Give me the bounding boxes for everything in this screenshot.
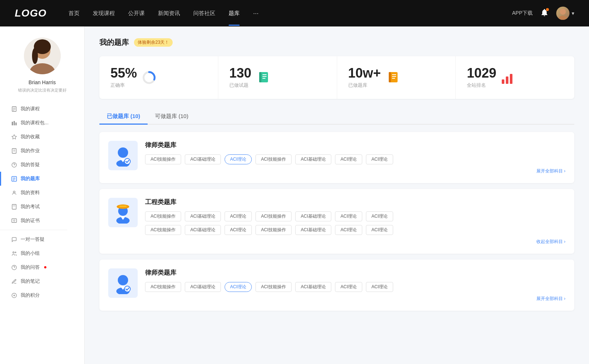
- category-card-lawyer-2: 律师类题库 ACI技能操作 ACI基础理论 ACI理论 ACI技能操作 ACI基…: [99, 260, 574, 311]
- tag[interactable]: ACI基础理论: [295, 282, 331, 292]
- category-icon-lawyer-2: [108, 268, 138, 298]
- tag-active[interactable]: ACI理论: [225, 154, 252, 164]
- stats-row: 55% 正确率 130 已做试题: [99, 56, 574, 99]
- accuracy-number: 55%: [110, 67, 137, 80]
- tag[interactable]: ACI技能操作: [145, 211, 181, 221]
- sidebar-item-my-qa[interactable]: 我的问答: [0, 260, 84, 274]
- svg-rect-44: [389, 72, 391, 82]
- nav-news[interactable]: 新闻资讯: [158, 10, 180, 17]
- my-qa-icon: [11, 264, 17, 270]
- tag[interactable]: ACI技能操作: [255, 154, 292, 164]
- tag[interactable]: ACI基础理论: [295, 211, 331, 221]
- tag[interactable]: ACI技能操作: [255, 211, 292, 221]
- tag[interactable]: ACI基础理论: [185, 211, 221, 221]
- tab-done-banks[interactable]: 已做题库 (10): [99, 109, 148, 125]
- sidebar-item-quiz-bank[interactable]: 我的题库: [0, 172, 84, 186]
- main-layout: Brian Harris 错误的决定比没有决定要好 我的课程 我的课程包... …: [0, 26, 589, 364]
- sidebar-item-points[interactable]: 我的积分: [0, 288, 84, 302]
- sidebar-item-my-courses[interactable]: 我的课程: [0, 102, 84, 116]
- sidebar-menu: 我的课程 我的课程包... 我的收藏 我的作业: [0, 102, 84, 302]
- points-icon: [11, 292, 17, 298]
- user-avatar-header[interactable]: ▾: [556, 7, 574, 20]
- sidebar-item-notes[interactable]: 我的笔记: [0, 274, 84, 288]
- favorites-icon: [11, 134, 17, 140]
- rank-number: 1029: [467, 67, 496, 80]
- svg-rect-50: [510, 74, 512, 84]
- category-name-engineer: 工程类题库: [145, 198, 565, 206]
- category-card-lawyer-1: 律师类题库 ACI技能操作 ACI基础理论 ACI理论 ACI技能操作 ACI基…: [99, 132, 574, 183]
- sidebar-item-exam[interactable]: 我的考试: [0, 200, 84, 214]
- group-icon: [11, 250, 17, 256]
- tag[interactable]: ACI技能操作: [145, 154, 181, 164]
- svg-point-24: [13, 191, 15, 193]
- tag[interactable]: ACI理论: [335, 154, 362, 164]
- tags-row-lawyer-2: ACI技能操作 ACI基础理论 ACI理论 ACI技能操作 ACI基础理论 AC…: [145, 282, 565, 292]
- user-dropdown-arrow[interactable]: ▾: [572, 10, 574, 16]
- bell-notification-dot: [546, 8, 549, 11]
- tab-todo-banks[interactable]: 可做题库 (10): [148, 109, 196, 125]
- svg-rect-25: [12, 204, 16, 209]
- sidebar-divider: [0, 230, 67, 230]
- tag[interactable]: ACI技能操作: [255, 282, 292, 292]
- svg-point-29: [13, 251, 14, 253]
- collapse-link-engineer[interactable]: 收起全部科目 ›: [145, 239, 565, 245]
- tag[interactable]: ACI技能操作: [145, 225, 181, 235]
- sidebar-item-course-packages[interactable]: 我的课程包...: [0, 116, 84, 130]
- category-card-engineer: 工程类题库 ACI技能操作 ACI基础理论 ACI理论 ACI技能操作 ACI基…: [99, 189, 574, 254]
- avatar-img: [556, 7, 569, 20]
- tag[interactable]: ACI理论: [225, 211, 252, 221]
- svg-point-30: [15, 252, 16, 253]
- svg-point-60: [118, 275, 128, 285]
- tag[interactable]: ACI理论: [335, 225, 362, 235]
- tag[interactable]: ACI基础理论: [295, 154, 331, 164]
- svg-point-52: [118, 147, 128, 158]
- app-download-btn[interactable]: APP下载: [512, 10, 533, 17]
- nav-qa[interactable]: 问答社区: [193, 10, 215, 17]
- nav-open[interactable]: 公开课: [128, 10, 145, 17]
- sidebar-item-label: 我的作业: [21, 147, 40, 154]
- tag[interactable]: ACI理论: [366, 154, 393, 164]
- tag[interactable]: ACI理论: [335, 211, 362, 221]
- notification-bell[interactable]: [540, 8, 549, 18]
- svg-rect-39: [259, 72, 261, 82]
- tag[interactable]: ACI理论: [335, 282, 362, 292]
- sidebar-item-certificate[interactable]: 我的证书: [0, 214, 84, 228]
- tag-active[interactable]: ACI理论: [225, 282, 252, 292]
- nav-home[interactable]: 首页: [68, 10, 80, 17]
- accuracy-donut: [142, 71, 156, 85]
- tag[interactable]: ACI理论: [366, 225, 393, 235]
- nav-quiz[interactable]: 题库: [229, 10, 240, 17]
- tag[interactable]: ACI基础理论: [295, 225, 331, 235]
- sidebar-item-questions[interactable]: 我的答疑: [0, 158, 84, 172]
- page-header: 我的题库 体验剩余23天！: [99, 38, 574, 47]
- tag[interactable]: ACI基础理论: [185, 154, 221, 164]
- sidebar-item-one-on-one[interactable]: 一对一答疑: [0, 232, 84, 246]
- tag[interactable]: ACI理论: [225, 225, 252, 235]
- user-name: Brian Harris: [29, 79, 56, 85]
- tag[interactable]: ACI技能操作: [145, 282, 181, 292]
- sidebar-item-favorites[interactable]: 我的收藏: [0, 130, 84, 144]
- accuracy-label: 正确率: [110, 82, 137, 89]
- sidebar-item-label: 我的积分: [21, 292, 40, 299]
- tag[interactable]: ACI基础理论: [185, 225, 221, 235]
- nav-discover[interactable]: 发现课程: [93, 10, 115, 17]
- sidebar-item-homework[interactable]: 我的作业: [0, 144, 84, 158]
- green-book-icon-wrap: [257, 71, 271, 85]
- nav-more[interactable]: ···: [253, 10, 258, 17]
- sidebar-item-profile[interactable]: 我的资料: [0, 186, 84, 200]
- sidebar: Brian Harris 错误的决定比没有决定要好 我的课程 我的课程包... …: [0, 26, 85, 364]
- tag[interactable]: ACI技能操作: [255, 225, 292, 235]
- sidebar-item-label: 我的课程包...: [21, 119, 49, 126]
- course-packages-icon: [11, 120, 17, 126]
- tag[interactable]: ACI理论: [366, 211, 393, 221]
- expand-link-lawyer-2[interactable]: 展开全部科目 ›: [145, 296, 565, 302]
- svg-point-6: [32, 48, 38, 64]
- category-icon-engineer: [108, 198, 138, 227]
- expand-link-lawyer-1[interactable]: 展开全部科目 ›: [145, 168, 565, 174]
- exam-icon: [11, 204, 17, 210]
- sidebar-item-group[interactable]: 我的小组: [0, 246, 84, 260]
- tag[interactable]: ACI基础理论: [185, 282, 221, 292]
- trial-badge: 体验剩余23天！: [134, 38, 173, 47]
- quiz-bank-icon: [11, 176, 17, 182]
- tag[interactable]: ACI理论: [366, 282, 393, 292]
